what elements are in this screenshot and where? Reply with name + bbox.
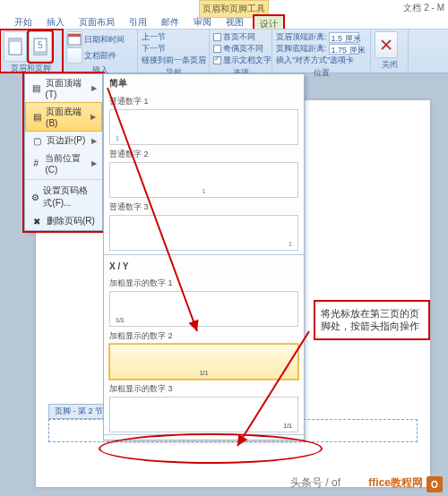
svg-rect-6: [68, 34, 81, 37]
page-bottom-icon: ▤: [31, 111, 42, 124]
document-name: 文档 2 - M: [403, 2, 444, 14]
next-section[interactable]: 下一节: [142, 43, 205, 55]
submenu-arrow-icon: ▶: [91, 137, 97, 145]
footer-dist-label: 页脚底端距离:: [276, 43, 327, 55]
submenu-arrow-icon: ▶: [91, 84, 97, 92]
chk-first-diff[interactable]: [213, 33, 221, 41]
showtext-label: 显示文档文字: [223, 55, 271, 66]
gallery-item-plain1[interactable]: 普通数字 1 1: [109, 94, 298, 145]
pagenumber-dropdown: ▤页面顶端(T)▶ ▤页面底端(B)▶ ▢页边距(P)▶ #当前位置(C)▶ ⚙…: [24, 73, 103, 231]
datetime-button[interactable]: [66, 31, 82, 47]
close-hf-button[interactable]: [375, 31, 398, 58]
gallery-item-bold2[interactable]: 加粗显示的数字 2 1/1: [109, 329, 298, 380]
gallery-item-label: 加粗显示的数字 2: [109, 329, 298, 344]
chk-oddeven[interactable]: [213, 45, 221, 53]
group-nav: 上一节 下一节 链接到前一条页眉 导航: [138, 30, 210, 73]
submenu-arrow-icon: ▶: [91, 159, 97, 167]
header-button[interactable]: [4, 31, 27, 62]
group-options: 首页不同 奇偶页不同 显示文档文字 选项: [210, 30, 272, 73]
docparts-button[interactable]: [66, 47, 82, 64]
annotation-callout: 将光标放在第三页的页脚处，按箭头指向操作: [314, 300, 430, 340]
dd-current-pos[interactable]: #当前位置(C)▶: [25, 150, 102, 177]
current-pos-icon: #: [30, 158, 41, 170]
gallery-item-plain3[interactable]: 普通数字 3 1: [109, 200, 298, 251]
submenu-arrow-icon: ▶: [90, 113, 96, 121]
header-dist-input[interactable]: 1.5 厘米: [329, 32, 359, 43]
dropdown-separator: [25, 179, 102, 180]
group-close-label: 关闭: [375, 59, 404, 71]
header-dist-label: 页眉顶端距离:: [276, 31, 327, 43]
gallery-item-label: 普通数字 2: [109, 147, 298, 162]
first-diff-label: 首页不同: [223, 31, 255, 43]
dd-format[interactable]: ⚙设置页码格式(F)...: [25, 182, 102, 212]
page-margin-icon: ▢: [30, 134, 43, 147]
footer-button[interactable]: 5: [29, 31, 52, 62]
page-top-icon: ▤: [30, 82, 42, 95]
docparts-label: 文档部件: [84, 47, 116, 64]
dd-page-bottom[interactable]: ▤页面底端(B)▶: [25, 102, 102, 132]
dd-page-top[interactable]: ▤页面顶端(T)▶: [25, 74, 102, 102]
remove-icon: ✖: [30, 215, 43, 227]
gallery-item-bold3[interactable]: 加粗显示的数字 3 1/1: [109, 381, 298, 432]
svg-rect-3: [34, 51, 47, 55]
footer-dist-input[interactable]: 1.75 厘米: [329, 44, 359, 55]
group-close: 关闭: [371, 30, 409, 73]
ribbon: 5 页眉和页脚 日期和时间 文档部件 插入 上一节 下一节 链接到前一条页眉 导…: [0, 29, 448, 73]
gallery-item-bold1[interactable]: 加粗显示的数字 1 1/1: [109, 276, 298, 327]
svg-rect-1: [9, 38, 22, 42]
group-header-footer: 5 页眉和页脚: [0, 30, 63, 73]
gallery-item-label: 普通数字 3: [109, 200, 298, 215]
format-icon: ⚙: [30, 191, 39, 203]
oddeven-label: 奇偶页不同: [223, 43, 263, 55]
watermark-text: ffice教程网: [368, 475, 423, 491]
gallery-simple-head: 简单: [104, 74, 304, 92]
gallery-item-label: 加粗显示的数字 1: [109, 276, 298, 291]
prev-section[interactable]: 上一节: [142, 31, 205, 43]
dd-remove[interactable]: ✖删除页码(R): [25, 212, 102, 230]
chk-showtext[interactable]: [213, 56, 221, 64]
watermark-logo: O: [426, 476, 443, 492]
svg-text:5: 5: [38, 40, 43, 50]
gallery-item-label: 加粗显示的数字 3: [109, 381, 298, 397]
watermark-prefix: 头条号 / of: [290, 475, 340, 491]
gallery-item-plain2[interactable]: 普通数字 2 1: [109, 147, 298, 198]
pagenumber-gallery[interactable]: 简单 普通数字 1 1 普通数字 2 1 普通数字 3 1 X / Y 加粗显示…: [103, 73, 305, 440]
link-prev[interactable]: 链接到前一条页眉: [142, 55, 205, 66]
gallery-item-label: 普通数字 1: [109, 94, 298, 109]
annotation-ellipse: [99, 433, 323, 464]
gallery-xy-head: X / Y: [104, 259, 304, 274]
gallery-separator: [104, 254, 304, 255]
group-position: 页眉顶端距离:1.5 厘米 页脚底端距离:1.75 厘米 插入"对齐方式"选项卡…: [272, 30, 371, 73]
align-tab-button[interactable]: 插入"对齐方式"选项卡: [276, 55, 366, 66]
dd-page-margin[interactable]: ▢页边距(P)▶: [25, 132, 102, 150]
group-insert: 日期和时间 文档部件 插入: [63, 30, 138, 73]
datetime-label: 日期和时间: [84, 31, 125, 47]
